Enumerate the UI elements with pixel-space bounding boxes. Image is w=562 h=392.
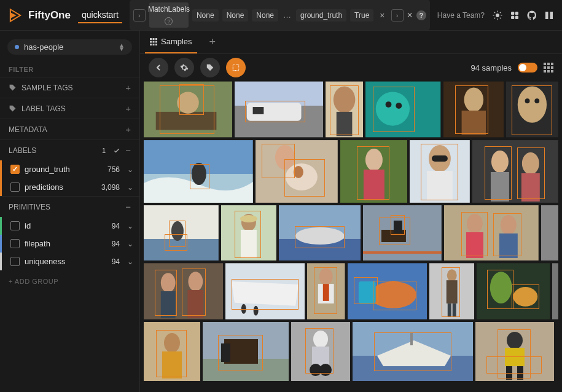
sample-thumb[interactable] (506, 81, 558, 138)
sample-thumb[interactable] (203, 322, 289, 381)
svg-rect-79 (363, 251, 442, 254)
svg-rect-16 (233, 65, 238, 70)
sort-arrows-icon: ▲▼ (119, 44, 125, 51)
clear-view[interactable]: × (407, 10, 413, 21)
sample-thumb[interactable] (279, 205, 361, 261)
checkbox[interactable] (10, 221, 20, 230)
label-predictions[interactable]: predictions 3,098 ⌄ (0, 178, 139, 196)
sample-thumb[interactable] (225, 263, 305, 319)
chevron-down-icon[interactable]: ⌄ (127, 183, 133, 192)
sample-thumb[interactable] (443, 81, 504, 138)
slack-icon[interactable] (509, 10, 520, 21)
section-metadata[interactable]: METADATA + (0, 119, 139, 139)
check-icon (113, 147, 120, 154)
sample-thumb[interactable] (340, 140, 408, 203)
chevron-down-icon[interactable]: ⌄ (127, 240, 133, 248)
tag-button[interactable] (200, 58, 220, 77)
theme-icon[interactable] (492, 10, 503, 21)
label-ground-truth[interactable]: ground_truth 756 ⌄ (0, 160, 139, 178)
toggle-switch[interactable] (518, 63, 537, 73)
tab-samples[interactable]: Samples (145, 31, 197, 53)
stage-arg-0[interactable]: None (192, 9, 219, 22)
checkbox-checked[interactable] (10, 165, 20, 174)
stage-name: MatchLabels (148, 5, 190, 14)
sample-thumb[interactable] (348, 263, 427, 319)
add-icon[interactable]: + (125, 103, 131, 114)
sample-thumb[interactable] (256, 140, 338, 203)
sample-thumb[interactable] (410, 140, 470, 203)
sample-thumb[interactable] (307, 263, 345, 319)
saved-view-selector[interactable]: has-people ▲▼ (7, 39, 132, 55)
stage-arg-2[interactable]: None (252, 9, 278, 22)
sample-thumb[interactable] (363, 205, 442, 261)
checkbox[interactable] (10, 239, 20, 248)
dataset-name[interactable]: quickstart (78, 7, 122, 23)
docs-icon[interactable] (544, 10, 555, 21)
sample-thumb[interactable] (144, 81, 232, 138)
back-button[interactable] (149, 58, 168, 77)
section-sample-tags[interactable]: SAMPLE TAGS + (0, 77, 139, 98)
stage-chip[interactable]: MatchLabels ? (149, 2, 189, 28)
chevron-down-icon[interactable]: ⌄ (127, 222, 133, 230)
stage-next[interactable]: › (391, 9, 404, 22)
stage-arg-field[interactable]: ground_truth (296, 9, 346, 22)
stage-arg-value[interactable]: True (350, 9, 373, 22)
checkbox[interactable] (10, 182, 20, 192)
stage-remove[interactable]: × (377, 10, 387, 20)
sample-thumb[interactable] (444, 205, 539, 261)
svg-rect-13 (150, 44, 152, 45)
sidebar: has-people ▲▼ FILTER SAMPLE TAGS + LABEL… (0, 31, 140, 392)
grid-view-icon[interactable] (544, 63, 553, 73)
chevron-down-icon[interactable]: ⌄ (127, 165, 133, 174)
chevron-down-icon[interactable]: ⌄ (127, 257, 133, 266)
collapse-icon[interactable]: − (125, 145, 131, 155)
stage-arg-1[interactable]: None (222, 9, 249, 22)
patches-button[interactable] (226, 58, 246, 77)
sample-thumb[interactable] (144, 205, 219, 261)
sample-thumb[interactable] (144, 140, 253, 203)
section-label-tags[interactable]: LABEL TAGS + (0, 98, 139, 119)
github-icon[interactable] (526, 10, 537, 21)
sample-thumb[interactable] (365, 81, 440, 138)
primitive-filepath[interactable]: filepath 94 ⌄ (0, 235, 139, 253)
svg-rect-21 (547, 66, 550, 69)
svg-rect-20 (544, 66, 546, 69)
sample-thumb[interactable] (326, 81, 363, 138)
sample-thumb[interactable] (353, 322, 473, 381)
svg-rect-22 (551, 66, 553, 69)
collapse-icon[interactable]: − (125, 202, 131, 212)
primitive-id[interactable]: id 94 ⌄ (0, 217, 139, 235)
svg-rect-8 (153, 38, 155, 40)
add-group-button[interactable]: + ADD GROUP (0, 270, 139, 292)
sample-count: 94 samples (471, 63, 512, 73)
primitive-uniqueness[interactable]: uniqueness 94 ⌄ (0, 253, 139, 270)
sample-thumb[interactable] (541, 205, 558, 261)
brand-name: FiftyOne (28, 9, 71, 22)
section-labels[interactable]: LABELS 1 − (0, 139, 139, 160)
sample-thumb[interactable] (144, 263, 223, 319)
have-a-team-link[interactable]: Have a Team? (437, 11, 485, 20)
checkbox[interactable] (10, 257, 20, 266)
sample-thumb[interactable] (221, 205, 276, 261)
sample-thumb[interactable] (552, 263, 558, 319)
stage-prev[interactable]: › (133, 9, 146, 22)
tab-add-button[interactable]: + (205, 36, 221, 49)
svg-rect-18 (547, 63, 550, 65)
sample-thumb[interactable] (472, 140, 558, 203)
svg-rect-4 (515, 12, 518, 15)
add-icon[interactable]: + (125, 124, 131, 135)
section-primitives[interactable]: PRIMITIVES − (0, 196, 139, 217)
sample-thumb[interactable] (235, 81, 323, 138)
sample-thumb[interactable] (475, 322, 554, 381)
svg-point-2 (496, 14, 499, 17)
sample-thumb[interactable] (429, 263, 474, 319)
add-icon[interactable]: + (125, 82, 131, 93)
sample-thumb[interactable] (144, 322, 200, 381)
sample-thumb[interactable] (477, 263, 550, 319)
help-icon[interactable]: ? (416, 10, 426, 20)
info-icon[interactable]: ? (165, 17, 173, 25)
view-stage-bar[interactable]: › MatchLabels ? None None None … ground_… (130, 0, 430, 30)
sample-thumb[interactable] (291, 322, 350, 381)
settings-button[interactable] (174, 58, 194, 77)
sample-grid[interactable] (140, 81, 562, 392)
